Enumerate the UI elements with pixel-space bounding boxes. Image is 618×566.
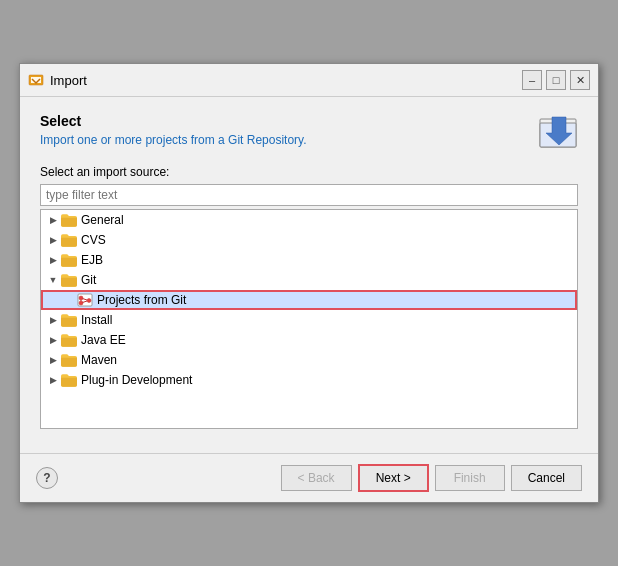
tree-item-cvs[interactable]: ▶ CVS bbox=[41, 230, 577, 250]
tree-item-java-ee[interactable]: ▶ Java EE bbox=[41, 330, 577, 350]
folder-icon-general bbox=[61, 213, 77, 227]
minimize-button[interactable]: – bbox=[522, 70, 542, 90]
expand-ejb[interactable]: ▶ bbox=[45, 252, 61, 268]
expand-java-ee[interactable]: ▶ bbox=[45, 332, 61, 348]
tree-item-install[interactable]: ▶ Install bbox=[41, 310, 577, 330]
expand-maven[interactable]: ▶ bbox=[45, 352, 61, 368]
window-icon bbox=[28, 72, 44, 88]
expand-cvs[interactable]: ▶ bbox=[45, 232, 61, 248]
folder-icon-git bbox=[61, 273, 77, 287]
expand-git[interactable]: ▼ bbox=[45, 272, 61, 288]
tree-item-git[interactable]: ▼ Git bbox=[41, 270, 577, 290]
filter-input[interactable] bbox=[40, 184, 578, 206]
tree-label-java-ee: Java EE bbox=[81, 333, 126, 347]
import-icon bbox=[538, 113, 578, 149]
folder-icon-ejb bbox=[61, 253, 77, 267]
tree-item-general[interactable]: ▶ General bbox=[41, 210, 577, 230]
tree-label-git: Git bbox=[81, 273, 96, 287]
tree-label-general: General bbox=[81, 213, 124, 227]
close-button[interactable]: ✕ bbox=[570, 70, 590, 90]
tree-item-projects-from-git[interactable]: ▶ Projects from Git bbox=[41, 290, 577, 310]
finish-button[interactable]: Finish bbox=[435, 465, 505, 491]
svg-point-6 bbox=[79, 301, 83, 305]
source-label: Select an import source: bbox=[40, 165, 578, 179]
header-area: Select Import one or more projects from … bbox=[40, 113, 578, 149]
folder-icon-install bbox=[61, 313, 77, 327]
maximize-button[interactable]: □ bbox=[546, 70, 566, 90]
tree-item-ejb[interactable]: ▶ EJB bbox=[41, 250, 577, 270]
tree-item-maven[interactable]: ▶ Maven bbox=[41, 350, 577, 370]
folder-icon-java-ee bbox=[61, 333, 77, 347]
page-description: Import one or more projects from a Git R… bbox=[40, 133, 307, 147]
tree-label-cvs: CVS bbox=[81, 233, 106, 247]
expand-plugin-dev[interactable]: ▶ bbox=[45, 372, 61, 388]
tree-container[interactable]: ▶ General ▶ CVS ▶ bbox=[40, 209, 578, 429]
tree-item-plugin-dev[interactable]: ▶ Plug-in Development bbox=[41, 370, 577, 390]
window-controls: – □ ✕ bbox=[522, 70, 590, 90]
next-button[interactable]: Next > bbox=[358, 464, 429, 492]
page-title: Select bbox=[40, 113, 307, 129]
back-button[interactable]: < Back bbox=[281, 465, 352, 491]
tree-label-plugin-dev: Plug-in Development bbox=[81, 373, 192, 387]
tree-label-ejb: EJB bbox=[81, 253, 103, 267]
dialog-content: Select Import one or more projects from … bbox=[20, 97, 598, 441]
git-item-icon bbox=[77, 292, 93, 308]
window-title: Import bbox=[50, 73, 516, 88]
import-dialog: Import – □ ✕ Select Import one or more p… bbox=[19, 63, 599, 503]
bottom-bar: ? < Back Next > Finish Cancel bbox=[20, 454, 598, 502]
folder-icon-cvs bbox=[61, 233, 77, 247]
tree-label-maven: Maven bbox=[81, 353, 117, 367]
help-button[interactable]: ? bbox=[36, 467, 58, 489]
expand-general[interactable]: ▶ bbox=[45, 212, 61, 228]
title-bar: Import – □ ✕ bbox=[20, 64, 598, 97]
svg-point-5 bbox=[79, 296, 83, 300]
folder-icon-maven bbox=[61, 353, 77, 367]
tree-label-install: Install bbox=[81, 313, 112, 327]
folder-icon-plugin-dev bbox=[61, 373, 77, 387]
expand-install[interactable]: ▶ bbox=[45, 312, 61, 328]
tree-label-projects-from-git: Projects from Git bbox=[97, 293, 186, 307]
cancel-button[interactable]: Cancel bbox=[511, 465, 582, 491]
header-text: Select Import one or more projects from … bbox=[40, 113, 307, 147]
svg-point-7 bbox=[87, 299, 91, 303]
